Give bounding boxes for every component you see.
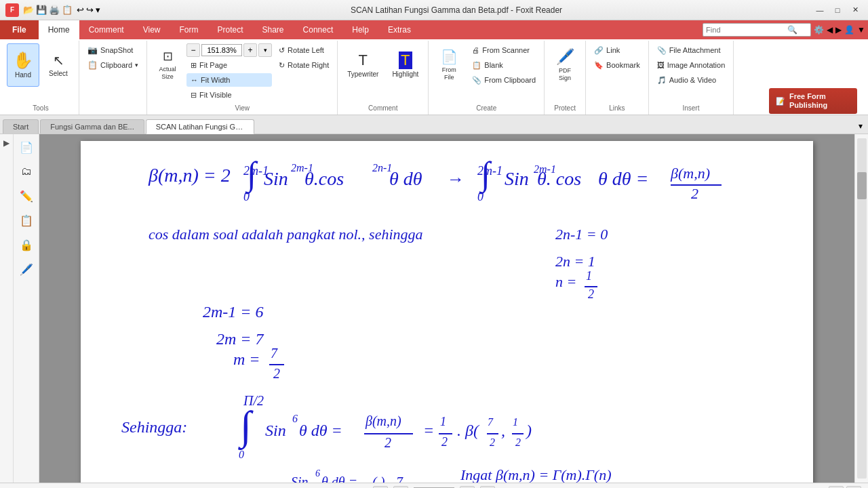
image-annotation-button[interactable]: 🖼 Image Annotation <box>653 58 730 72</box>
search-icon[interactable]: 🔍 <box>787 25 797 35</box>
collapse-sidebar-button[interactable]: ▶ <box>1 137 13 149</box>
clipboard-button[interactable]: 📋 Clipboard ▾ <box>83 58 142 72</box>
zoom-in-button[interactable]: + <box>243 43 257 57</box>
menu-view[interactable]: View <box>134 20 170 39</box>
pdf-viewport: β(m,n) = 2 ∫ 2m-1 0 Sin 2m-1 θ.cos 2n-1 … <box>39 134 854 483</box>
tab-scan-latihan[interactable]: SCAN Latihan Fungsi G... ✕ <box>146 119 254 134</box>
left-sidebar: ▶ <box>0 134 14 483</box>
fit-width-button[interactable]: ↔ Fit Width <box>186 73 272 87</box>
svg-text:β(m,n): β(m,n) <box>365 413 401 429</box>
snapshot-button[interactable]: 📷 SnapShot <box>83 43 142 57</box>
layers-tool-button[interactable]: 📄 <box>16 137 37 157</box>
bookmark-button[interactable]: 🔖 Bookmark <box>590 58 644 72</box>
search-input[interactable] <box>706 26 787 34</box>
customize-icon[interactable]: ▾ <box>96 5 100 15</box>
typewriter-button[interactable]: T Typewriter <box>342 43 384 87</box>
from-clipboard-button[interactable]: 📎 From Clipboard <box>468 73 540 87</box>
zoom-input[interactable] <box>201 44 242 56</box>
close-button[interactable]: ✕ <box>848 3 863 17</box>
tools-sidebar: 📄 🗂 ✏️ 📋 🔒 🖊️ <box>14 134 39 483</box>
save-icon[interactable]: 💾 <box>36 5 47 15</box>
minimize-button[interactable]: — <box>812 3 827 17</box>
zoom-out-button[interactable]: − <box>186 43 200 57</box>
fit-view-button[interactable]: ⊞ <box>829 486 844 489</box>
link-button[interactable]: 🔗 Link <box>590 43 644 57</box>
properties-icon[interactable]: 📋 <box>62 5 73 15</box>
menu-home[interactable]: Home <box>39 20 79 39</box>
file-attachment-button[interactable]: 📎 File Attachment <box>653 43 730 57</box>
fit-visible-icon: ⊟ <box>191 91 197 100</box>
bottom-tools: ⊞ ⛶ <box>829 486 861 489</box>
create-group: 📄 From File 🖨 From Scanner 📋 Blank 📎 Fro… <box>429 41 545 115</box>
annotation-tool-button[interactable]: ✏️ <box>16 186 37 206</box>
audio-video-button[interactable]: 🎵 Audio & Video <box>653 73 730 87</box>
sign-tool-button[interactable]: 🖊️ <box>16 259 37 279</box>
blank-label: Blank <box>484 61 503 69</box>
fit-width-icon: ↔ <box>191 76 198 84</box>
tab-fungsi-gamma[interactable]: Fungsi Gamma dan BE... <box>40 119 144 134</box>
tab-dropdown-button[interactable]: ▾ <box>856 119 865 134</box>
pdf-sign-button[interactable]: 🖊️ PDF Sign <box>549 43 581 87</box>
app-icon: F <box>5 3 19 17</box>
hand-icon: ✋ <box>13 51 33 70</box>
menu-form[interactable]: Form <box>170 20 208 39</box>
next-page-button[interactable]: ▶ <box>460 486 475 489</box>
select-tool-button[interactable]: ↖ Select <box>42 43 75 87</box>
menu-share[interactable]: Share <box>253 20 294 39</box>
view-group-label: View <box>235 102 250 112</box>
from-scanner-label: From Scanner <box>482 46 530 54</box>
free-form-publishing-button[interactable]: 📝 Free Form Publishing <box>769 88 857 114</box>
insert-group-label: Insert <box>682 102 699 112</box>
nav-prev-icon[interactable]: ◀ <box>827 25 833 35</box>
rotate-left-button[interactable]: ↺ Rotate Left <box>275 43 333 57</box>
open-icon[interactable]: 📂 <box>23 5 34 15</box>
menu-connect[interactable]: Connect <box>294 20 343 39</box>
tab-start[interactable]: Start <box>3 119 39 134</box>
lock-tool-button[interactable]: 🔒 <box>16 235 37 255</box>
blank-button[interactable]: 📋 Blank <box>468 58 540 72</box>
menu-extras[interactable]: Extras <box>378 20 420 39</box>
menu-protect[interactable]: Protect <box>208 20 253 39</box>
audio-video-icon: 🎵 <box>657 76 667 85</box>
svg-text:. β(: . β( <box>457 422 480 439</box>
scrollbar-track[interactable] <box>857 138 867 479</box>
zoom-dropdown-button[interactable]: ▾ <box>258 43 272 57</box>
prev-page-button[interactable]: ◀ <box>393 486 408 489</box>
fit-visible-button[interactable]: ⊟ Fit Visible <box>186 88 272 102</box>
settings-icon[interactable]: ⚙️ <box>814 25 824 35</box>
pages-tool-button[interactable]: 🗂 <box>16 161 37 182</box>
svg-text:2: 2 <box>588 287 594 301</box>
scrollbar-thumb[interactable] <box>857 172 867 199</box>
bookmark-tool-button[interactable]: 📋 <box>16 210 37 230</box>
menu-help[interactable]: Help <box>342 20 378 39</box>
last-page-button[interactable]: ⏭ <box>480 486 495 489</box>
hand-tool-button[interactable]: ✋ Hand <box>7 43 39 87</box>
undo-icon[interactable]: ↩ <box>77 5 84 15</box>
full-screen-button[interactable]: ⛶ <box>846 486 861 489</box>
clipboard-label: Clipboard <box>100 61 132 69</box>
highlight-button[interactable]: T Highlight <box>387 43 424 87</box>
rotate-right-button[interactable]: ↻ Rotate Right <box>275 58 333 72</box>
first-page-button[interactable]: ⏮ <box>373 486 388 489</box>
svg-text:2: 2 <box>384 435 391 450</box>
account-icon[interactable]: 👤 <box>844 25 854 35</box>
actual-size-button[interactable]: ⊡ Actual Size <box>151 43 184 87</box>
tab-close-icon[interactable]: ✕ <box>248 123 253 131</box>
svg-text:cos dalam soal adalah pangkat : cos dalam soal adalah pangkat nol., sehi… <box>149 226 423 243</box>
from-file-button[interactable]: 📄 From File <box>433 43 465 87</box>
menu-comment[interactable]: Comment <box>79 20 134 39</box>
svg-text:Sin: Sin <box>291 474 309 483</box>
rotate-right-label: Rotate Right <box>288 61 329 69</box>
svg-text:Sin: Sin <box>265 422 286 439</box>
fit-page-button[interactable]: ⊞ Fit Page <box>186 58 272 72</box>
protect-group-label: Protect <box>554 102 576 112</box>
from-scanner-button[interactable]: 🖨 From Scanner <box>468 43 540 57</box>
maximize-button[interactable]: □ <box>830 3 845 17</box>
hand-label: Hand <box>15 71 31 79</box>
print-icon[interactable]: 🖨️ <box>49 5 60 15</box>
nav-next-icon[interactable]: ▶ <box>835 25 842 35</box>
redo-icon[interactable]: ↪ <box>86 5 94 15</box>
expand-icon[interactable]: ▼ <box>857 25 865 35</box>
menu-file[interactable]: File <box>0 20 39 39</box>
svg-text:0: 0 <box>239 449 244 460</box>
